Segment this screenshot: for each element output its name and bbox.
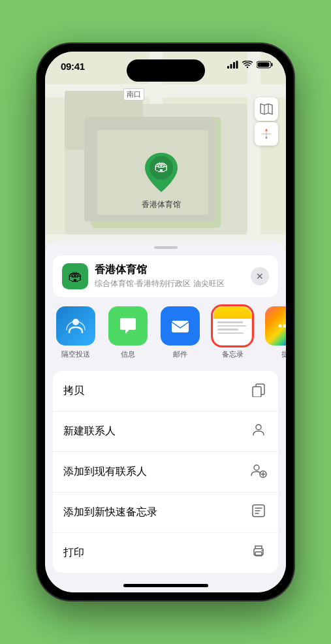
more-label: 提: [281, 349, 287, 359]
add-existing-label: 添加到现有联系人: [63, 465, 249, 479]
signal-icon: [227, 61, 238, 69]
svg-point-9: [72, 319, 79, 325]
venue-close-button[interactable]: ✕: [251, 267, 269, 285]
map-controls[interactable]: [255, 97, 278, 146]
share-message[interactable]: 信息: [105, 306, 151, 359]
phone-frame: 09:41: [37, 44, 294, 600]
status-time: 09:41: [61, 61, 85, 72]
svg-point-16: [256, 425, 261, 430]
action-add-existing[interactable]: 添加到现有联系人: [53, 452, 278, 492]
venue-subtitle: 综合体育馆·香港特别行政区 油尖旺区: [95, 278, 251, 289]
svg-text:🏟: 🏟: [154, 158, 168, 174]
svg-rect-1: [230, 64, 232, 69]
share-airdrop[interactable]: 隔空投送: [53, 306, 99, 359]
map-type-button[interactable]: [255, 97, 278, 121]
home-indicator: [123, 584, 208, 587]
map-nankou-label: 南口: [123, 88, 144, 101]
close-icon: ✕: [256, 271, 264, 282]
location-button[interactable]: [255, 122, 278, 146]
copy-label: 拷贝: [63, 384, 249, 398]
svg-rect-3: [236, 61, 238, 69]
venue-info: 香港体育馆 综合体育馆·香港特别行政区 油尖旺区: [95, 263, 251, 289]
copy-icon: [249, 381, 268, 400]
status-icons: [227, 61, 273, 69]
share-more[interactable]: 提: [262, 306, 286, 359]
new-contact-label: 新建联系人: [63, 425, 249, 438]
venue-name: 香港体育馆: [95, 263, 251, 277]
mail-label: 邮件: [173, 349, 187, 359]
print-label: 打印: [63, 546, 249, 560]
notes-label: 备忘录: [222, 349, 244, 359]
message-label: 信息: [121, 349, 135, 359]
mail-icon: [168, 314, 192, 338]
add-existing-icon: [249, 462, 268, 481]
action-print[interactable]: 打印: [53, 533, 278, 573]
print-icon: [249, 543, 268, 562]
svg-point-11: [279, 325, 282, 328]
add-notes-label: 添加到新快速备忘录: [63, 506, 249, 519]
phone-screen: 09:41: [45, 52, 286, 592]
svg-rect-5: [272, 63, 273, 67]
svg-rect-2: [233, 62, 235, 69]
mail-icon-wrap: [161, 306, 200, 346]
svg-point-17: [254, 465, 259, 470]
action-list: 拷贝 新建联系人: [53, 371, 278, 573]
map-type-icon: [260, 103, 273, 115]
share-notes[interactable]: 备忘录: [210, 306, 255, 359]
svg-rect-10: [172, 321, 189, 332]
action-copy[interactable]: 拷贝: [53, 371, 278, 411]
more-icon-wrap: [265, 306, 286, 346]
notes-icon-wrap: [213, 306, 252, 346]
airdrop-label: 隔空投送: [61, 349, 90, 359]
venue-header: 🏟 香港体育馆 综合体育馆·香港特别行政区 油尖旺区 ✕: [53, 255, 278, 297]
airdrop-icon: [64, 314, 87, 338]
sheet-handle: [154, 246, 178, 249]
dynamic-island: [127, 59, 205, 82]
share-row: 隔空投送 信息: [45, 297, 286, 366]
action-add-notes[interactable]: 添加到新快速备忘录: [53, 492, 278, 533]
message-icon: [116, 314, 140, 338]
svg-point-22: [262, 550, 263, 551]
wifi-icon: [242, 61, 253, 69]
action-new-contact[interactable]: 新建联系人: [53, 411, 278, 452]
airdrop-icon-wrap: [56, 306, 95, 346]
venue-icon: 🏟: [62, 263, 88, 289]
pin-label: 香港体育馆: [142, 199, 181, 210]
svg-rect-15: [253, 387, 261, 397]
add-notes-icon: [249, 503, 268, 522]
svg-rect-6: [258, 63, 270, 67]
pin-svg: 🏟: [142, 150, 181, 195]
bottom-sheet: 🏟 香港体育馆 综合体育馆·香港特别行政区 油尖旺区 ✕: [45, 241, 286, 592]
more-dots-icon: [276, 317, 286, 335]
battery-icon: [257, 61, 273, 69]
share-mail[interactable]: 邮件: [157, 306, 203, 359]
svg-rect-0: [227, 66, 229, 69]
compass-icon: [260, 128, 272, 140]
svg-point-12: [283, 325, 287, 328]
new-contact-icon: [249, 422, 268, 441]
message-icon-wrap: [108, 306, 148, 346]
location-pin: 🏟 香港体育馆: [142, 150, 181, 210]
